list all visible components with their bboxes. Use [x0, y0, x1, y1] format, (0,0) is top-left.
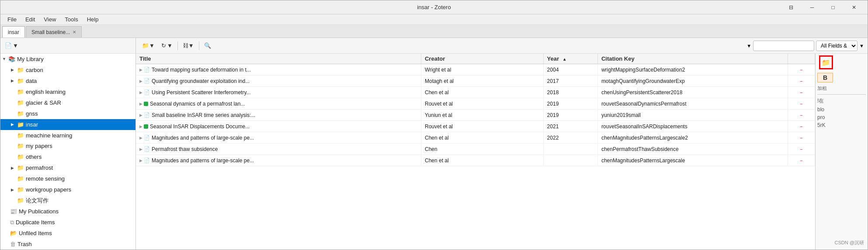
attach-button[interactable]: ⛓▼	[180, 40, 197, 51]
table-row[interactable]: ▶📄Small baseline InSAR time series analy…	[136, 110, 815, 121]
cell-actions-0: −	[788, 64, 815, 75]
title-text: Small baseline InSAR time series analysi…	[152, 112, 255, 118]
title-text: Quantifying groundwater exploitation ind…	[152, 78, 250, 84]
sidebar-item-insar[interactable]: ▶ 📁 insar	[0, 119, 135, 130]
gnss-arrow	[11, 111, 17, 116]
table-row[interactable]: ▶Seasonal dynamics of a permafrost lan..…	[136, 98, 815, 110]
sidebar-item-meachine-learning[interactable]: 📁 meachine learning	[0, 130, 135, 141]
sidebar-item-data[interactable]: ▶ 📁 data	[0, 75, 135, 86]
toolbar-divider1	[177, 41, 178, 50]
search-options-icon[interactable]: ▼	[859, 43, 864, 48]
sync-button[interactable]: ↻ ▼	[159, 40, 175, 51]
row-expand-arrow[interactable]: ▶	[139, 147, 142, 151]
remove-button-2[interactable]: −	[800, 90, 802, 95]
row-expand-arrow[interactable]: ▶	[139, 124, 142, 129]
row-expand-arrow[interactable]: ▶	[139, 90, 142, 95]
doc-icon: 📄	[144, 146, 150, 152]
my-library-arrow: ▼	[2, 57, 8, 61]
search-scope-select[interactable]: All Fields &	[816, 41, 858, 51]
remove-button-7[interactable]: −	[800, 147, 802, 152]
table-row[interactable]: ▶Seasonal InSAR Displacements Docume...R…	[136, 121, 815, 132]
maximize-button[interactable]: □	[823, 0, 843, 14]
cell-year-2: 2018	[543, 87, 597, 98]
cell-title-4: ▶📄Small baseline InSAR time series analy…	[136, 110, 421, 121]
sidebar-item-my-library[interactable]: ▼ 📚 My Library	[0, 54, 135, 65]
row-expand-arrow[interactable]: ▶	[139, 68, 142, 72]
search-input[interactable]	[753, 41, 814, 51]
bold-button[interactable]: B	[817, 73, 833, 82]
menu-edit[interactable]: Edit	[22, 15, 38, 24]
sidebar-item-trash[interactable]: 🗑 Trash	[0, 239, 135, 250]
sidebar-item-gnss[interactable]: 📁 gnss	[0, 108, 135, 119]
locate-button[interactable]: 🔍	[201, 40, 214, 51]
tab-small-baseline-label: Small baseline...	[31, 29, 70, 35]
sidebar-item-workgroup-papers[interactable]: ▶ 📁 workgroup papers	[0, 184, 135, 195]
sidebar-item-glacier-sar[interactable]: 📁 glacier & SAR	[0, 97, 135, 108]
remove-button-4[interactable]: −	[800, 113, 802, 118]
sidebar-item-others[interactable]: 📁 others	[0, 151, 135, 162]
cell-citkey-4: yuniun2019small	[597, 110, 788, 121]
extra-btn[interactable]: ⊟	[781, 0, 801, 14]
row-expand-arrow[interactable]: ▶	[139, 136, 142, 140]
col-header-title[interactable]: Title	[136, 54, 421, 64]
new-collection-button[interactable]: 📁▼	[139, 40, 157, 51]
table-row[interactable]: ▶📄Permafrost thaw subsidenceChenchenPerm…	[136, 144, 815, 155]
table-row[interactable]: ▶📄Using Persistent Scatterer Interferome…	[136, 87, 815, 98]
sidebar-item-my-publications[interactable]: 📰 My Publications	[0, 206, 135, 217]
minimize-button[interactable]: ─	[802, 0, 822, 14]
green-dot-icon	[144, 124, 148, 129]
table-row[interactable]: ▶📄Magnitudes and patterns of large-scale…	[136, 132, 815, 144]
sidebar-item-unfiled-items[interactable]: 📂 Unfiled Items	[0, 228, 135, 239]
tab-small-baseline[interactable]: Small baseline... ✕	[26, 26, 82, 38]
cell-creator-0: Wright et al	[421, 64, 543, 75]
permafrost-icon: 📁	[17, 164, 24, 171]
sidebar-toolbar: 📄 ▼	[0, 38, 136, 54]
remove-button-3[interactable]: −	[800, 101, 802, 106]
cell-actions-3: −	[788, 98, 815, 110]
carbon-arrow: ▶	[11, 68, 17, 72]
title-text: Magnitudes and patterns of large-scale p…	[152, 158, 254, 164]
table-row[interactable]: ▶📄Toward mapping surface deformation in …	[136, 64, 815, 75]
sidebar-item-english-learning[interactable]: 📁 english learning	[0, 86, 135, 97]
insar-arrow: ▶	[11, 122, 17, 127]
menu-tools[interactable]: Tools	[61, 15, 81, 24]
others-icon: 📁	[17, 154, 24, 160]
col-header-year[interactable]: Year ▲	[543, 54, 597, 64]
table-row[interactable]: ▶📄Magnitudes and patterns of large-scale…	[136, 155, 815, 166]
content-area: Title Creator Year ▲ Citat	[136, 38, 815, 250]
cell-year-8	[543, 155, 597, 166]
close-button[interactable]: ✕	[844, 0, 864, 14]
menubar: File Edit View Tools Help	[0, 14, 868, 25]
sidebar-item-carbon[interactable]: ▶ 📁 carbon	[0, 65, 135, 75]
row-expand-arrow[interactable]: ▶	[139, 158, 142, 163]
row-expand-arrow[interactable]: ▶	[139, 113, 142, 117]
menu-help[interactable]: Help	[83, 15, 102, 24]
tab-insar[interactable]: insar	[2, 26, 25, 38]
table-row[interactable]: ▶📄Quantifying groundwater exploitation i…	[136, 75, 815, 87]
remove-button-1[interactable]: −	[800, 79, 802, 84]
col-header-citation-key[interactable]: Citation Key	[597, 54, 788, 64]
titlebar: insar - Zotero ⊟ ─ □ ✕	[0, 0, 868, 14]
row-expand-arrow[interactable]: ▶	[139, 102, 142, 106]
doc-icon: 📄	[144, 135, 150, 140]
sidebar-item-remote-sensing[interactable]: 📁 remote sensing	[0, 173, 135, 184]
col-header-creator[interactable]: Creator	[421, 54, 543, 64]
cell-citkey-7: chenPermafrostThawSubsidence	[597, 144, 788, 155]
sidebar-item-duplicate-items[interactable]: ⧉ Duplicate Items	[0, 217, 135, 228]
menu-view[interactable]: View	[40, 15, 59, 24]
remove-button-0[interactable]: −	[800, 67, 802, 72]
remove-button-6[interactable]: −	[800, 135, 802, 140]
row-expand-arrow[interactable]: ▶	[139, 79, 142, 83]
attach-icon: ⛓▼	[183, 42, 194, 49]
menu-file[interactable]: File	[4, 15, 20, 24]
glacier-arrow	[11, 100, 17, 105]
search-dropdown-icon[interactable]: ▼	[746, 43, 751, 48]
data-icon: 📁	[17, 78, 24, 84]
sidebar-item-permafrost[interactable]: ▶ 📁 permafrost	[0, 162, 135, 173]
new-item-button[interactable]: 📄 ▼	[2, 40, 21, 51]
sidebar-item-lunwen[interactable]: 📁 论文写作	[0, 195, 135, 206]
remove-button-8[interactable]: −	[800, 158, 802, 163]
tab-close-icon[interactable]: ✕	[73, 30, 76, 34]
sidebar-item-my-papers[interactable]: 📁 my papers	[0, 141, 135, 152]
remove-button-5[interactable]: −	[800, 124, 802, 129]
